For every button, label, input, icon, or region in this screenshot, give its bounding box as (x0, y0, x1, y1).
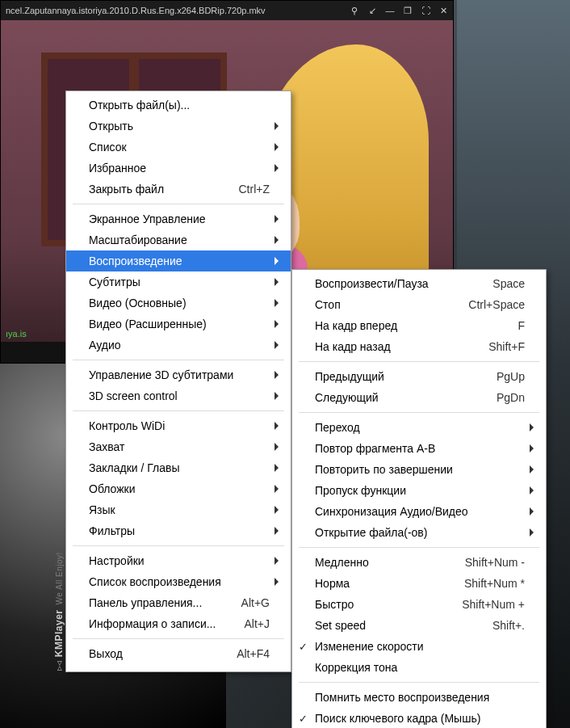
menu-item-ab-repeat[interactable]: Повтор фрагмента A-B (292, 438, 546, 459)
menu-item-normal[interactable]: НормаShift+Num * (292, 573, 546, 594)
menu-item-slow[interactable]: МедленноShift+Num - (292, 552, 546, 573)
maximize-icon[interactable]: ⛶ (421, 6, 430, 16)
menu-item-label: Избранное (89, 162, 270, 175)
menu-item-label: Список (89, 141, 270, 154)
menu-item-label: Видео (Основные) (89, 297, 270, 309)
menu-item-label: Открыть (89, 120, 270, 133)
menu-item-list[interactable]: Список (66, 137, 291, 158)
menu-item-open[interactable]: Открыть (66, 116, 291, 137)
menu-item-language[interactable]: Язык (66, 499, 291, 520)
menu-item-shortcut: PgUp (497, 370, 525, 383)
menu-item-zoom[interactable]: Масштабирование (66, 229, 291, 250)
menu-item-close-file[interactable]: Закрыть файлCtrl+Z (66, 179, 291, 200)
menu-item-label: Норма (315, 577, 458, 590)
menu-item-label: Закрыть файл (89, 183, 233, 196)
menu-separator (73, 204, 284, 204)
menu-item-shortcut: Shift+Num + (462, 598, 525, 611)
minimize-icon[interactable]: — (385, 6, 395, 16)
menu-item-label: Следующий (315, 391, 490, 404)
menu-item-label: Масштабирование (89, 234, 270, 246)
menu-item-3d-subtitles[interactable]: Управление 3D субтитрами (66, 364, 291, 385)
menu-separator (73, 545, 284, 546)
titlebar: ncel.Zaputannaya.istoriya.2010.D.Rus.Eng… (1, 1, 453, 20)
menu-item-label: Предыдущий (315, 370, 490, 383)
menu-separator (73, 410, 284, 411)
menu-item-repeat-on-end[interactable]: Повторить по завершении (292, 459, 546, 480)
menu-item-subtitles[interactable]: Субтитры (66, 271, 291, 292)
menu-item-shortcut: Shift+Num - (465, 556, 525, 569)
close-icon[interactable]: ✕ (438, 6, 448, 16)
menu-item-label: Быстро (315, 598, 455, 611)
menu-item-favorites[interactable]: Избранное (66, 158, 291, 179)
menu-separator (299, 412, 539, 413)
menu-item-record-info[interactable]: Информация о записи...Alt+J (66, 613, 291, 634)
menu-item-playback[interactable]: Воспроизведение (66, 250, 291, 271)
menu-item-label: Помнить место воспроизведения (315, 691, 525, 704)
menu-item-label: Повторить по завершении (315, 463, 525, 476)
pin-icon[interactable]: ⚲ (350, 6, 359, 16)
menu-item-tone-correction[interactable]: Коррекция тона (292, 657, 546, 678)
menu-item-frame-back[interactable]: На кадр назадShift+F (292, 336, 546, 357)
menu-item-keyframe-seek[interactable]: Поиск ключевого кадра (Мышь) (292, 708, 546, 728)
menu-item-label: 3D screen control (89, 389, 270, 402)
menu-item-label: Управление 3D субтитрами (89, 368, 270, 381)
menu-item-shortcut: Ctrl+Z (239, 183, 270, 196)
menu-item-covers[interactable]: Обложки (66, 478, 291, 499)
menu-item-playlist[interactable]: Список воспроизведения (66, 571, 291, 592)
menu-item-capture[interactable]: Захват (66, 436, 291, 457)
menu-item-screen-control[interactable]: Экранное Управление (66, 208, 291, 229)
menu-item-shortcut: F (518, 319, 525, 332)
menu-item-label: На кадр назад (315, 340, 482, 353)
menu-item-label: Переход (315, 421, 525, 434)
compact-icon[interactable]: ↙ (367, 6, 377, 16)
menu-item-shortcut: Ctrl+Space (468, 298, 525, 311)
video-caption: ıya.is (6, 329, 27, 339)
menu-item-remember-position[interactable]: Помнить место воспроизведения (292, 687, 546, 708)
menu-item-audio[interactable]: Аудио (66, 335, 291, 356)
menu-item-label: Воспроизведение (89, 255, 270, 267)
menu-item-label: Открыть файл(ы)... (89, 99, 270, 112)
menu-item-label: Синхронизация Аудио/Видео (315, 505, 525, 518)
menu-item-exit[interactable]: ВыходAlt+F4 (66, 643, 291, 664)
menu-item-settings[interactable]: Настройки (66, 550, 291, 571)
menu-item-label: На кадр вперед (315, 319, 511, 332)
menu-item-stop[interactable]: СтопCtrl+Space (292, 294, 546, 315)
menu-item-label: Открытие файла(-ов) (315, 526, 525, 539)
menu-item-fast[interactable]: БыстроShift+Num + (292, 594, 546, 615)
menu-item-frame-forward[interactable]: На кадр впередF (292, 315, 546, 336)
menu-item-widi-control[interactable]: Контроль WiDi (66, 415, 291, 436)
menu-item-jump[interactable]: Переход (292, 417, 546, 438)
restore-icon[interactable]: ❐ (403, 6, 413, 16)
menu-item-set-speed[interactable]: Set speedShift+. (292, 615, 546, 636)
menu-item-label: Список воспроизведения (89, 575, 270, 588)
menu-item-shortcut: PgDn (497, 391, 525, 404)
menu-item-filters[interactable]: Фильтры (66, 520, 291, 541)
menu-item-control-panel[interactable]: Панель управления...Alt+G (66, 592, 291, 613)
menu-item-video-basic[interactable]: Видео (Основные) (66, 292, 291, 314)
menu-item-3d-screen-control[interactable]: 3D screen control (66, 385, 291, 406)
menu-separator (299, 547, 539, 548)
menu-item-label: Субтитры (89, 276, 270, 288)
menu-item-speed-change[interactable]: Изменение скорости (292, 636, 546, 657)
menu-item-next[interactable]: СледующийPgDn (292, 387, 546, 408)
menu-item-file-opening[interactable]: Открытие файла(-ов) (292, 522, 546, 543)
menu-item-video-advanced[interactable]: Видео (Расширенные) (66, 314, 291, 335)
menu-item-play-pause[interactable]: Воспроизвести/ПаузаSpace (292, 273, 546, 294)
menu-item-bookmarks-chapters[interactable]: Закладки / Главы (66, 457, 291, 478)
menu-separator (73, 360, 284, 360)
menu-item-previous[interactable]: ПредыдущийPgUp (292, 366, 546, 387)
menu-item-label: Поиск ключевого кадра (Мышь) (315, 712, 525, 725)
brand-label: ▹◃ KMPlayerWe All Enjoy! (53, 552, 65, 671)
menu-item-label: Экранное Управление (89, 213, 270, 225)
menu-item-open-files[interactable]: Открыть файл(ы)... (66, 95, 291, 116)
menu-item-av-sync[interactable]: Синхронизация Аудио/Видео (292, 501, 546, 522)
menu-item-label: Стоп (315, 298, 462, 311)
menu-item-label: Захват (89, 440, 270, 453)
menu-item-label: Аудио (89, 339, 270, 351)
menu-item-skip-function[interactable]: Пропуск функции (292, 480, 546, 501)
menu-item-label: Закладки / Главы (89, 461, 270, 474)
context-menu-playback: Воспроизвести/ПаузаSpaceСтопCtrl+SpaceНа… (291, 269, 547, 728)
menu-item-shortcut: Alt+F4 (237, 647, 270, 660)
menu-item-label: Язык (89, 503, 270, 516)
menu-item-shortcut: Alt+J (244, 617, 270, 630)
